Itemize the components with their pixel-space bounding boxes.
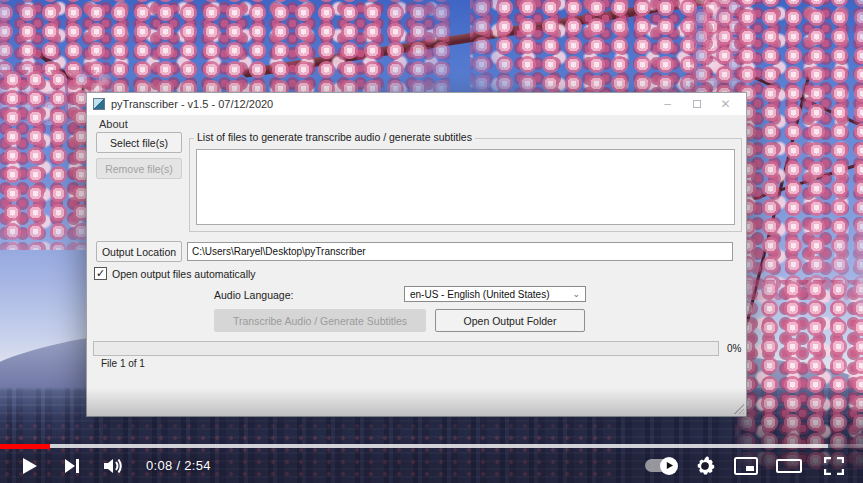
gear-icon — [695, 456, 715, 476]
settings-button[interactable] — [685, 448, 725, 483]
close-button[interactable]: ✕ — [711, 93, 740, 115]
open-output-row: ✓ Open output files automatically — [94, 267, 256, 280]
close-icon: ✕ — [720, 97, 730, 111]
transcription-progressbar — [93, 341, 719, 356]
open-output-folder-button[interactable]: Open Output Folder — [435, 309, 585, 332]
next-button[interactable] — [52, 448, 92, 483]
file-counter-label: File 1 of 1 — [101, 358, 145, 369]
remove-files-button[interactable]: Remove file(s) — [96, 158, 182, 179]
output-checkbox-label: Open output files automatically — [112, 268, 256, 280]
window-titlebar[interactable]: pyTranscriber - v1.5 - 07/12/2020 – ✕ — [87, 93, 746, 115]
output-path-field[interactable]: C:\Users\Raryel\Desktop\pyTranscriber — [187, 242, 733, 261]
time-display: 0:08 / 2:54 — [146, 458, 211, 473]
menu-about[interactable]: About — [95, 117, 132, 131]
autoplay-play-icon — [665, 461, 674, 470]
audio-language-label: Audio Language: — [214, 289, 293, 301]
volume-icon — [102, 456, 124, 476]
autoplay-toggle[interactable] — [637, 448, 685, 483]
autoplay-knob — [660, 457, 678, 475]
fullscreen-button[interactable] — [811, 448, 857, 483]
app-icon — [93, 98, 105, 110]
miniplayer-icon — [734, 457, 758, 475]
minimize-icon: – — [664, 97, 671, 111]
window-title: pyTranscriber - v1.5 - 07/12/2020 — [111, 98, 273, 110]
audio-language-value: en-US - English (United States) — [410, 289, 550, 300]
autoplay-pill — [645, 459, 677, 472]
theater-mode-button[interactable] — [767, 448, 811, 483]
window-controls: – ✕ — [653, 93, 740, 115]
next-icon — [63, 457, 81, 475]
theater-mode-icon — [776, 459, 802, 473]
output-location-button[interactable]: Output Location — [96, 241, 182, 262]
file-list-groupbox: List of files to generate transcribe aud… — [189, 138, 742, 232]
check-icon: ✓ — [96, 268, 105, 279]
player-controls-row: 0:08 / 2:54 — [0, 448, 863, 483]
minimize-button[interactable]: – — [653, 93, 682, 115]
play-icon — [19, 456, 39, 476]
chevron-down-icon: ⌄ — [572, 289, 580, 299]
pytranscriber-window: pyTranscriber - v1.5 - 07/12/2020 – ✕ Ab… — [86, 92, 747, 417]
maximize-icon — [693, 100, 701, 108]
transcribe-button[interactable]: Transcribe Audio / Generate Subtitles — [214, 309, 426, 332]
audio-language-select[interactable]: en-US - English (United States) ⌄ — [404, 286, 586, 302]
file-list-label: List of files to generate transcribe aud… — [194, 131, 475, 143]
output-checkbox[interactable]: ✓ — [94, 267, 107, 280]
play-button[interactable] — [6, 448, 52, 483]
select-files-button[interactable]: Select file(s) — [96, 132, 182, 153]
maximize-button[interactable] — [682, 93, 711, 115]
file-listbox[interactable] — [196, 149, 735, 225]
progress-percent-label: 0% — [727, 343, 741, 354]
volume-button[interactable] — [92, 448, 134, 483]
miniplayer-button[interactable] — [725, 448, 767, 483]
fullscreen-icon — [824, 457, 844, 475]
youtube-video-player: pyTranscriber - v1.5 - 07/12/2020 – ✕ Ab… — [0, 0, 863, 483]
